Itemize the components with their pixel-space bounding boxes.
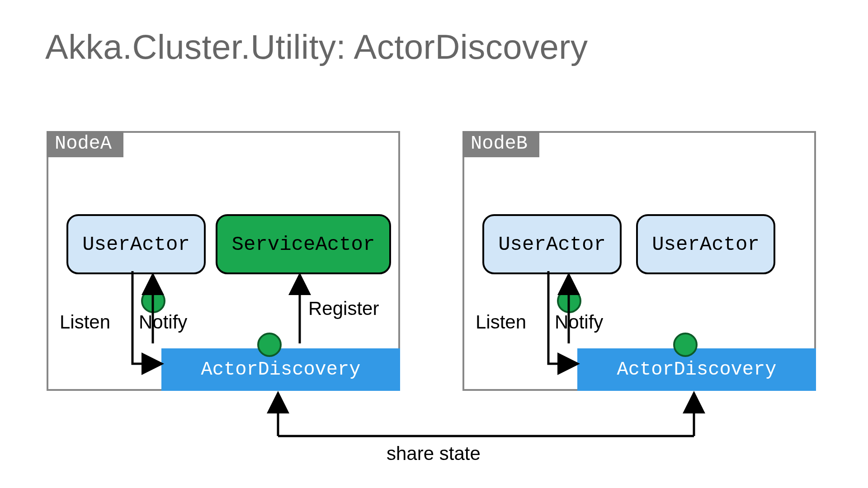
node-a-register-label: Register <box>308 298 379 319</box>
node-b-user-actor-2: UserActor <box>636 214 775 274</box>
share-state-label: share state <box>387 443 481 465</box>
node-a-container: NodeA UserActor ServiceActor ActorDiscov… <box>47 131 400 391</box>
node-a-actor-discovery-label: ActorDiscovery <box>201 359 361 380</box>
node-a-service-actor: ServiceActor <box>216 214 391 274</box>
node-a-listen-label: Listen <box>60 311 110 333</box>
node-a-user-actor: UserActor <box>66 214 206 274</box>
slide: Akka.Cluster.Utility: ActorDiscovery Nod… <box>0 0 868 488</box>
node-b-notify-label: Notify <box>555 311 603 333</box>
node-b-actor-discovery: ActorDiscovery <box>577 348 816 391</box>
node-b-user-actor-1: UserActor <box>482 214 622 274</box>
node-a-service-actor-label: ServiceActor <box>232 233 375 256</box>
node-b-notify-dot-icon <box>557 289 581 313</box>
node-a-notify-dot-icon <box>141 289 165 313</box>
node-b-user-actor-2-label: UserActor <box>652 233 760 256</box>
node-b-user-actor-1-label: UserActor <box>498 233 606 256</box>
node-b-container: NodeB UserActor UserActor ActorDiscovery… <box>462 131 816 391</box>
node-a-actor-discovery: ActorDiscovery <box>161 348 400 391</box>
node-a-notify-label: Notify <box>139 311 187 333</box>
node-b-label: NodeB <box>462 131 539 157</box>
node-a-label: NodeA <box>47 131 123 157</box>
node-a-register-dot-icon <box>257 333 282 357</box>
node-b-actor-discovery-label: ActorDiscovery <box>617 359 777 380</box>
slide-title: Akka.Cluster.Utility: ActorDiscovery <box>45 27 588 66</box>
node-b-extra-dot-icon <box>673 333 698 357</box>
node-b-listen-label: Listen <box>476 311 526 333</box>
node-a-user-actor-label: UserActor <box>82 233 190 256</box>
